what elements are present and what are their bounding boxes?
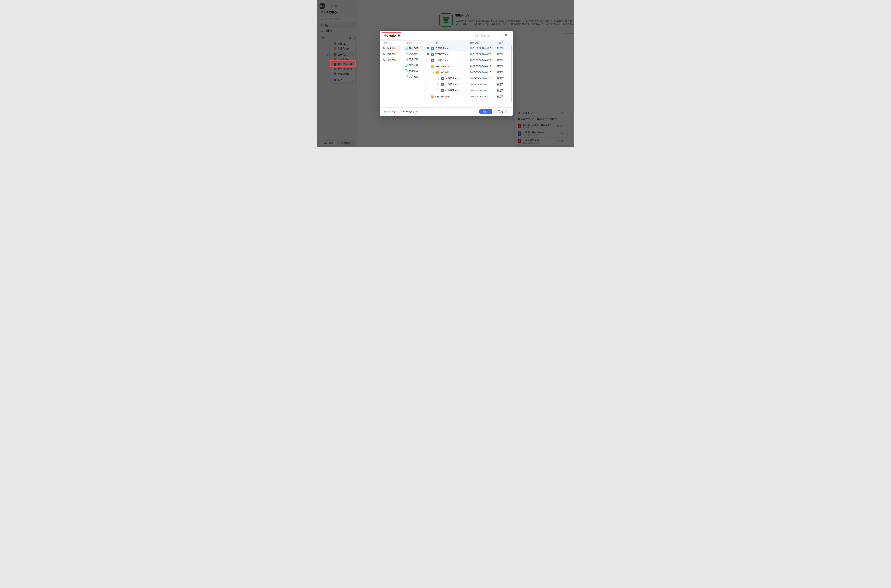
people-icon: [383, 47, 386, 50]
space-item[interactable]: 项目中心: [381, 57, 401, 62]
table-header: 名称 最近更新 创建人: [426, 40, 513, 45]
row-file-name: 欢迎使用.md: [435, 46, 448, 50]
column-header-updated: 最近更新: [470, 42, 479, 45]
cancel-button[interactable]: 取消: [495, 109, 507, 114]
library-icon: 产: [405, 75, 408, 78]
spaces-header: 空间: [383, 42, 388, 45]
space-item-label: 产研中心: [387, 52, 396, 56]
row-checkbox[interactable]: [427, 59, 429, 62]
row-file-name: 53AI KM-docs: [435, 95, 450, 98]
table-row[interactable]: ›53AI Hub-docs2025-06-06 08:44:27杨芳贤: [426, 63, 513, 69]
tree-expand-icon[interactable]: ›: [428, 65, 430, 68]
row-updated: 2025-06-06 08:44:27: [470, 53, 497, 56]
column-header-name: 名称: [434, 42, 438, 45]
library-item[interactable]: 客客户运营: [404, 57, 424, 62]
row-creator: 杨芳贤: [497, 46, 513, 50]
row-checkbox[interactable]: ✓: [427, 53, 429, 56]
row-file-name: 入门手册: [440, 71, 449, 74]
selected-count-text: 已选择 2 个 |: [384, 110, 400, 114]
library-item-label: 产品运营: [409, 52, 418, 56]
row-checkbox[interactable]: ✓: [427, 47, 429, 50]
space-item-label: 项目中心: [387, 58, 396, 62]
table-row[interactable]: M对话设置.md2025-06-06 08:44:27杨芳贤: [426, 81, 513, 87]
space-item-label: 运营中心: [387, 46, 396, 50]
row-file-name: 对话设置.md: [446, 83, 459, 86]
row-updated: 2025-06-06 08:44:27: [470, 65, 497, 68]
row-creator: 杨芳贤: [497, 83, 513, 86]
row-checkbox[interactable]: [437, 83, 439, 86]
row-updated: 2025-06-06 08:44:27: [470, 59, 497, 62]
confirm-button[interactable]: 确定: [479, 109, 492, 114]
view-selected-button[interactable]: 查看已选文档: [400, 110, 417, 114]
row-file-name: 能力评测.md: [446, 89, 459, 92]
libraries-header: 知识库: [405, 42, 412, 45]
row-creator: 杨芳贤: [497, 95, 513, 98]
library-item-label: 客户运营: [409, 58, 418, 61]
row-updated: 2025-06-06 08:44:27: [470, 71, 497, 74]
row-updated: 2025-06-06 08:44:27: [470, 77, 497, 80]
table-row[interactable]: ✓M技术特性.md2025-06-06 08:44:27杨芳贤: [426, 51, 513, 57]
library-item[interactable]: 售售后场景: [404, 68, 424, 74]
annotation-box-menu-item: [330, 60, 356, 67]
space-item[interactable]: 运营中心: [381, 46, 401, 51]
row-updated: 2025-06-06 08:44:27: [470, 95, 497, 98]
markdown-file-icon: M: [441, 89, 444, 92]
library-item[interactable]: 项项目SOP: [404, 46, 424, 51]
search-icon: [477, 34, 479, 38]
annotation-box-modal-title: [382, 32, 401, 40]
tree-expand-icon[interactable]: ›: [428, 96, 430, 98]
folder-icon: [431, 65, 434, 68]
row-updated: 2025-06-06 08:44:27: [470, 89, 497, 92]
row-creator: 杨芳贤: [497, 65, 513, 68]
modal-search-input[interactable]: [481, 34, 502, 38]
row-file-name: 53AI Hub-docs: [435, 65, 451, 68]
table-row[interactable]: M能力评测.md2025-06-06 08:44:27杨芳贤: [426, 87, 513, 93]
row-creator: 杨芳贤: [497, 59, 513, 62]
tree-collapse-icon[interactable]: ›: [432, 72, 435, 73]
markdown-file-icon: M: [441, 83, 444, 86]
table-row[interactable]: M开源协议.md2025-06-06 08:44:27杨芳贤: [426, 57, 513, 63]
library-icon: 产: [405, 52, 408, 56]
row-file-name: 开源协议.md: [435, 58, 448, 62]
row-updated: 2025-06-06 08:44:27: [470, 83, 497, 86]
table-row[interactable]: M长期记忆.md2025-06-06 08:44:27杨芳贤: [426, 75, 513, 81]
library-icon: 售: [405, 69, 408, 72]
row-file-name: 技术特性.md: [435, 52, 448, 56]
folder-icon: [431, 96, 434, 98]
space-item[interactable]: 产研中心: [381, 52, 401, 57]
modal-search[interactable]: [476, 33, 502, 38]
markdown-file-icon: M: [431, 53, 434, 56]
markdown-file-icon: M: [431, 59, 434, 62]
modal-close-icon[interactable]: ✕: [505, 33, 507, 37]
selected-count: 2: [392, 111, 393, 113]
row-creator: 杨芳贤: [497, 53, 513, 56]
library-icon: 客: [405, 58, 408, 61]
library-item[interactable]: 售售前场景: [404, 63, 424, 68]
row-file-name: 长期记忆.md: [446, 77, 459, 80]
library-icon: 项: [405, 47, 408, 50]
library-item[interactable]: 产人力资源: [404, 74, 424, 79]
app-window: 海天 › 全员空间 « 营 营销中心 ▼ 首页 AI搜索 目录 ∨: [317, 0, 574, 147]
modal-footer: 已选择 2 个 | 查看已选文档 确定 取消: [380, 108, 513, 116]
library-item[interactable]: 产产品运营: [404, 51, 424, 57]
column-header-creator: 创建人: [497, 42, 504, 45]
table-row[interactable]: ›入门手册2025-06-06 08:44:27杨芳贤: [426, 69, 513, 75]
markdown-file-icon: M: [431, 46, 434, 50]
row-updated: 2025-06-06 08:44:27: [470, 47, 497, 50]
row-creator: 杨芳贤: [497, 71, 513, 74]
library-item-label: 售前场景: [409, 64, 418, 67]
library-icon: 售: [405, 64, 408, 67]
people-icon: [383, 53, 386, 56]
library-item-label: 售后场景: [409, 69, 418, 72]
table-row[interactable]: ›53AI KM-docs2025-06-06 08:44:27杨芳贤: [426, 93, 513, 100]
footer-separator: |: [398, 111, 398, 113]
table-row[interactable]: ✓M欢迎使用.md2025-06-06 08:44:27杨芳贤: [426, 45, 513, 51]
scrollbar-thumb[interactable]: [512, 45, 512, 102]
doc-check-icon: [400, 111, 402, 113]
row-checkbox[interactable]: [437, 90, 439, 92]
library-item-label: 人力资源: [409, 75, 418, 78]
row-creator: 杨芳贤: [497, 89, 513, 92]
library-item-label: 项目SOP: [409, 46, 418, 50]
row-checkbox[interactable]: [437, 77, 439, 80]
people-icon: [383, 58, 386, 61]
